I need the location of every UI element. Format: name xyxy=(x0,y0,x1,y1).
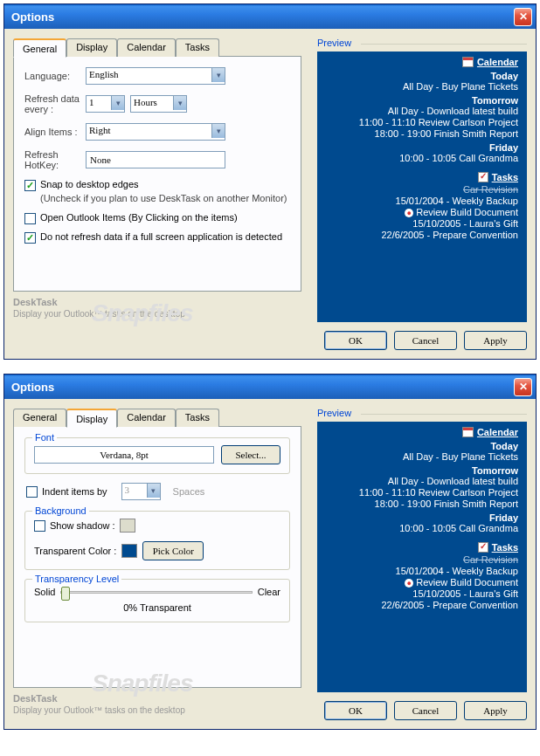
refresh-label: Refresh data every : xyxy=(24,93,86,114)
cancel-button[interactable]: Cancel xyxy=(394,331,457,350)
tab-display[interactable]: Display xyxy=(66,38,117,57)
apply-button[interactable]: Apply xyxy=(464,701,527,720)
no-refresh-checkbox[interactable] xyxy=(24,232,36,244)
refresh-number-select[interactable]: 1 xyxy=(86,95,125,113)
trans-color-label: Transparent Color : xyxy=(34,546,116,556)
font-display xyxy=(34,446,214,464)
font-select-button[interactable]: Select... xyxy=(221,445,280,464)
titlebar[interactable]: Options ✕ xyxy=(4,4,536,29)
tab-general[interactable]: General xyxy=(13,409,66,427)
preview-panel: Calendar Today All Day - Buy Plane Ticke… xyxy=(317,52,527,322)
chevron-down-icon xyxy=(111,96,124,110)
slider-thumb[interactable] xyxy=(61,587,70,601)
apply-button[interactable]: Apply xyxy=(464,331,527,350)
shadow-label: Show shadow : xyxy=(50,520,115,531)
pick-color-button[interactable]: Pick Color xyxy=(142,541,204,560)
calendar-icon xyxy=(462,57,474,67)
transparency-slider[interactable] xyxy=(60,591,252,594)
snap-label: Snap to desktop edges xyxy=(40,179,139,189)
solid-label: Solid xyxy=(34,587,55,597)
tab-strip: General Display Calendar Tasks xyxy=(13,38,301,57)
cancel-button[interactable]: Cancel xyxy=(394,701,457,720)
brand-name: DeskTask xyxy=(13,297,301,307)
tab-tasks[interactable]: Tasks xyxy=(176,38,219,57)
snap-subtext: (Uncheck if you plan to use DeskTask on … xyxy=(40,193,290,203)
tab-panel-general: Language: English Refresh data every : 1… xyxy=(13,56,301,292)
titlebar[interactable]: Options ✕ xyxy=(4,375,536,399)
tab-calendar[interactable]: Calendar xyxy=(117,409,176,427)
chevron-down-icon xyxy=(173,96,186,110)
hotkey-input[interactable] xyxy=(86,151,225,168)
shadow-swatch xyxy=(120,519,135,533)
tasks-icon xyxy=(478,542,488,553)
brand-tagline: Display your Outlook™ tasks on the deskt… xyxy=(13,309,301,319)
transparency-value: 0% Transparent xyxy=(34,602,280,613)
tab-strip: General Display Calendar Tasks xyxy=(13,409,301,427)
brand-name: DeskTask xyxy=(13,693,301,704)
preview-panel: Calendar Today All Day - Buy Plane Ticke… xyxy=(317,422,527,692)
open-outlook-label: Open Outlook Items (By Clicking on the i… xyxy=(40,212,238,223)
preview-label: Preview xyxy=(317,38,527,48)
align-label: Align Items : xyxy=(24,127,86,137)
refresh-unit-select[interactable]: Hours xyxy=(130,95,187,113)
background-fieldset: Background Show shadow : Transparent Col… xyxy=(24,511,290,570)
font-fieldset: Font Select... xyxy=(24,437,290,474)
tab-general[interactable]: General xyxy=(13,38,66,58)
tab-tasks[interactable]: Tasks xyxy=(176,409,219,427)
preview-label: Preview xyxy=(317,408,527,418)
shadow-checkbox[interactable] xyxy=(34,520,45,532)
window-title: Options xyxy=(8,381,514,394)
tab-display[interactable]: Display xyxy=(66,409,117,428)
align-select[interactable]: Right xyxy=(86,123,225,141)
chevron-down-icon xyxy=(147,484,160,498)
trans-color-swatch xyxy=(121,544,137,558)
language-select[interactable]: English xyxy=(86,67,225,85)
tab-panel-display: Font Select... Indent items by 3 Spaces … xyxy=(13,426,301,688)
close-icon[interactable]: ✕ xyxy=(514,378,532,396)
chevron-down-icon xyxy=(211,124,225,138)
calendar-icon xyxy=(462,427,474,437)
indent-unit: Spaces xyxy=(173,486,205,497)
options-window-display: Options ✕ General Display Calendar Tasks… xyxy=(3,374,537,730)
tab-calendar[interactable]: Calendar xyxy=(117,38,176,57)
hotkey-label: Refresh HotKey: xyxy=(24,149,86,170)
ok-button[interactable]: OK xyxy=(324,331,387,350)
indent-label: Indent items by xyxy=(42,486,107,497)
chevron-down-icon xyxy=(211,68,225,82)
close-icon[interactable]: ✕ xyxy=(514,8,532,26)
tasks-icon xyxy=(478,172,488,182)
no-refresh-label: Do not refresh data if a full screen app… xyxy=(40,231,282,242)
open-outlook-checkbox[interactable] xyxy=(24,213,36,224)
language-label: Language: xyxy=(24,71,86,81)
options-window-general: Options ✕ General Display Calendar Tasks… xyxy=(3,3,537,360)
clear-label: Clear xyxy=(258,587,280,597)
transparency-fieldset: Transparency Level Solid Clear 0% Transp… xyxy=(24,579,290,622)
indent-number-select[interactable]: 3 xyxy=(121,483,161,500)
indent-checkbox[interactable] xyxy=(26,486,38,498)
snap-checkbox[interactable] xyxy=(24,180,36,191)
window-title: Options xyxy=(8,10,514,24)
ok-button[interactable]: OK xyxy=(324,701,387,720)
brand-tagline: Display your Outlook™ tasks on the deskt… xyxy=(13,705,301,715)
